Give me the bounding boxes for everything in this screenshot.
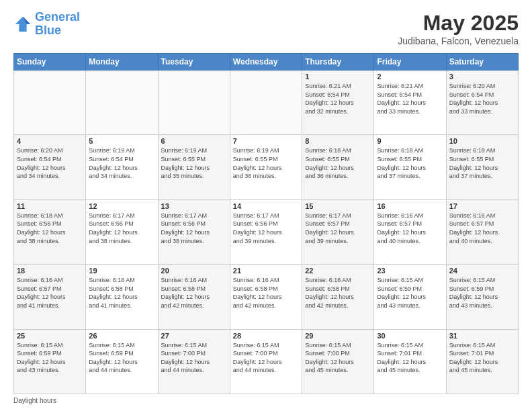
calendar-cell: 19Sunrise: 6:16 AM Sunset: 6:58 PM Dayli… xyxy=(86,265,158,329)
day-info: Sunrise: 6:16 AM Sunset: 6:58 PM Dayligh… xyxy=(233,276,299,310)
calendar-cell: 13Sunrise: 6:17 AM Sunset: 6:56 PM Dayli… xyxy=(158,199,230,264)
day-number: 24 xyxy=(449,267,515,275)
day-info: Sunrise: 6:18 AM Sunset: 6:55 PM Dayligh… xyxy=(305,146,371,180)
day-number: 8 xyxy=(305,137,371,145)
calendar-table: SundayMondayTuesdayWednesdayThursdayFrid… xyxy=(13,53,519,394)
day-info: Sunrise: 6:17 AM Sunset: 6:57 PM Dayligh… xyxy=(305,212,371,245)
day-number: 14 xyxy=(233,202,299,210)
weekday-header-friday: Friday xyxy=(374,54,446,71)
week-row-3: 18Sunrise: 6:16 AM Sunset: 6:57 PM Dayli… xyxy=(14,265,519,329)
calendar-cell: 31Sunrise: 6:15 AM Sunset: 7:01 PM Dayli… xyxy=(446,329,518,394)
day-number: 21 xyxy=(233,267,299,275)
calendar-cell: 2Sunrise: 6:21 AM Sunset: 6:54 PM Daylig… xyxy=(374,71,446,135)
week-row-1: 4Sunrise: 6:20 AM Sunset: 6:54 PM Daylig… xyxy=(14,135,519,199)
day-info: Sunrise: 6:18 AM Sunset: 6:55 PM Dayligh… xyxy=(449,146,515,180)
week-row-4: 25Sunrise: 6:15 AM Sunset: 6:59 PM Dayli… xyxy=(14,329,519,394)
day-number: 6 xyxy=(161,137,227,145)
logo-general: General xyxy=(35,10,80,24)
day-number: 2 xyxy=(377,73,443,81)
calendar-cell: 9Sunrise: 6:18 AM Sunset: 6:55 PM Daylig… xyxy=(374,135,446,199)
calendar-cell: 10Sunrise: 6:18 AM Sunset: 6:55 PM Dayli… xyxy=(446,135,518,199)
location: Judibana, Falcon, Venezuela xyxy=(398,36,519,46)
calendar-cell: 16Sunrise: 6:16 AM Sunset: 6:57 PM Dayli… xyxy=(374,199,446,264)
day-number: 13 xyxy=(161,202,227,210)
weekday-header-saturday: Saturday xyxy=(446,54,518,71)
day-info: Sunrise: 6:15 AM Sunset: 6:59 PM Dayligh… xyxy=(449,276,515,310)
title-block: May 2025 Judibana, Falcon, Venezuela xyxy=(398,11,519,46)
day-info: Sunrise: 6:15 AM Sunset: 7:01 PM Dayligh… xyxy=(449,341,515,375)
day-number: 19 xyxy=(89,267,154,275)
calendar-cell: 15Sunrise: 6:17 AM Sunset: 6:57 PM Dayli… xyxy=(302,199,374,264)
day-number: 22 xyxy=(305,267,371,275)
weekday-header-monday: Monday xyxy=(86,54,158,71)
day-info: Sunrise: 6:20 AM Sunset: 6:54 PM Dayligh… xyxy=(17,146,83,180)
calendar-cell: 23Sunrise: 6:15 AM Sunset: 6:59 PM Dayli… xyxy=(374,265,446,329)
day-info: Sunrise: 6:19 AM Sunset: 6:55 PM Dayligh… xyxy=(233,146,299,180)
calendar-cell: 5Sunrise: 6:19 AM Sunset: 6:54 PM Daylig… xyxy=(86,135,158,199)
day-number: 10 xyxy=(449,137,515,145)
day-number: 26 xyxy=(89,332,154,340)
header: General Blue May 2025 Judibana, Falcon, … xyxy=(13,11,519,46)
day-info: Sunrise: 6:16 AM Sunset: 6:57 PM Dayligh… xyxy=(377,212,443,245)
day-number: 15 xyxy=(305,202,371,210)
day-number: 9 xyxy=(377,137,443,145)
day-number: 4 xyxy=(17,137,83,145)
calendar-cell: 7Sunrise: 6:19 AM Sunset: 6:55 PM Daylig… xyxy=(230,135,302,199)
calendar-cell: 14Sunrise: 6:17 AM Sunset: 6:56 PM Dayli… xyxy=(230,199,302,264)
day-info: Sunrise: 6:15 AM Sunset: 6:59 PM Dayligh… xyxy=(17,341,83,375)
day-number: 12 xyxy=(89,202,154,210)
logo-text: General Blue xyxy=(35,11,80,38)
weekday-header-thursday: Thursday xyxy=(302,54,374,71)
day-number: 17 xyxy=(449,202,515,210)
day-number: 23 xyxy=(377,267,443,275)
day-info: Sunrise: 6:16 AM Sunset: 6:58 PM Dayligh… xyxy=(161,276,227,310)
month-title: May 2025 xyxy=(398,11,519,36)
day-number: 1 xyxy=(305,73,371,81)
day-number: 28 xyxy=(233,332,299,340)
calendar-cell: 28Sunrise: 6:15 AM Sunset: 7:00 PM Dayli… xyxy=(230,329,302,394)
calendar-cell: 17Sunrise: 6:16 AM Sunset: 6:57 PM Dayli… xyxy=(446,199,518,264)
day-info: Sunrise: 6:17 AM Sunset: 6:56 PM Dayligh… xyxy=(233,212,299,245)
calendar-cell xyxy=(14,71,86,135)
day-number: 29 xyxy=(305,332,371,340)
calendar-cell: 29Sunrise: 6:15 AM Sunset: 7:00 PM Dayli… xyxy=(302,329,374,394)
calendar-cell: 24Sunrise: 6:15 AM Sunset: 6:59 PM Dayli… xyxy=(446,265,518,329)
day-info: Sunrise: 6:18 AM Sunset: 6:55 PM Dayligh… xyxy=(377,146,443,180)
calendar-cell: 12Sunrise: 6:17 AM Sunset: 6:56 PM Dayli… xyxy=(86,199,158,264)
day-info: Sunrise: 6:19 AM Sunset: 6:55 PM Dayligh… xyxy=(161,146,227,180)
day-info: Sunrise: 6:16 AM Sunset: 6:58 PM Dayligh… xyxy=(305,276,371,310)
day-info: Sunrise: 6:21 AM Sunset: 6:54 PM Dayligh… xyxy=(377,82,443,116)
calendar-cell: 4Sunrise: 6:20 AM Sunset: 6:54 PM Daylig… xyxy=(14,135,86,199)
day-number: 18 xyxy=(17,267,83,275)
calendar-cell xyxy=(86,71,158,135)
logo-blue: Blue xyxy=(35,24,61,37)
day-number: 31 xyxy=(449,332,515,340)
day-number: 5 xyxy=(89,137,154,145)
day-info: Sunrise: 6:16 AM Sunset: 6:58 PM Dayligh… xyxy=(89,276,154,310)
day-info: Sunrise: 6:15 AM Sunset: 7:00 PM Dayligh… xyxy=(161,341,227,375)
calendar-cell xyxy=(158,71,230,135)
day-number: 30 xyxy=(377,332,443,340)
logo-icon xyxy=(13,15,32,34)
day-info: Sunrise: 6:15 AM Sunset: 7:01 PM Dayligh… xyxy=(377,341,443,375)
day-info: Sunrise: 6:17 AM Sunset: 6:56 PM Dayligh… xyxy=(161,212,227,245)
weekday-header-tuesday: Tuesday xyxy=(158,54,230,71)
calendar-cell: 6Sunrise: 6:19 AM Sunset: 6:55 PM Daylig… xyxy=(158,135,230,199)
calendar-cell: 21Sunrise: 6:16 AM Sunset: 6:58 PM Dayli… xyxy=(230,265,302,329)
calendar-cell: 30Sunrise: 6:15 AM Sunset: 7:01 PM Dayli… xyxy=(374,329,446,394)
page: General Blue May 2025 Judibana, Falcon, … xyxy=(0,0,532,411)
week-row-2: 11Sunrise: 6:18 AM Sunset: 6:56 PM Dayli… xyxy=(14,199,519,264)
day-info: Sunrise: 6:19 AM Sunset: 6:54 PM Dayligh… xyxy=(89,146,154,180)
calendar-cell: 18Sunrise: 6:16 AM Sunset: 6:57 PM Dayli… xyxy=(14,265,86,329)
day-info: Sunrise: 6:15 AM Sunset: 6:59 PM Dayligh… xyxy=(377,276,443,310)
day-info: Sunrise: 6:18 AM Sunset: 6:56 PM Dayligh… xyxy=(17,212,83,245)
day-info: Sunrise: 6:15 AM Sunset: 7:00 PM Dayligh… xyxy=(305,341,371,375)
day-info: Sunrise: 6:17 AM Sunset: 6:56 PM Dayligh… xyxy=(89,212,154,245)
logo: General Blue xyxy=(13,11,80,38)
calendar-cell: 8Sunrise: 6:18 AM Sunset: 6:55 PM Daylig… xyxy=(302,135,374,199)
calendar-cell: 1Sunrise: 6:21 AM Sunset: 6:54 PM Daylig… xyxy=(302,71,374,135)
weekday-header-sunday: Sunday xyxy=(14,54,86,71)
day-info: Sunrise: 6:15 AM Sunset: 6:59 PM Dayligh… xyxy=(89,341,154,375)
day-number: 20 xyxy=(161,267,227,275)
calendar-cell: 20Sunrise: 6:16 AM Sunset: 6:58 PM Dayli… xyxy=(158,265,230,329)
